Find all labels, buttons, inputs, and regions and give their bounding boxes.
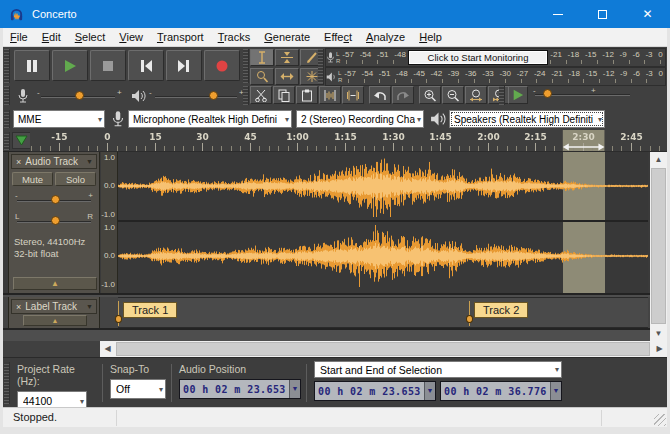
audio-track-header[interactable]: × Audio Track ▼ [11, 154, 97, 169]
audio-track-name[interactable]: Audio Track [25, 156, 86, 167]
selection-tool-button[interactable] [250, 49, 274, 66]
resize-grip[interactable] [654, 414, 666, 426]
horizontal-scrollbar[interactable]: ◀ ▶ [100, 341, 667, 357]
transport-grabber[interactable] [4, 49, 10, 83]
play-at-speed-button[interactable] [508, 86, 528, 104]
vertical-scrollbar-thumb[interactable] [651, 168, 666, 324]
vertical-scrollbar[interactable]: ▲ ▼ [650, 152, 667, 341]
cut-button[interactable] [250, 86, 272, 104]
record-button[interactable] [204, 50, 240, 81]
audio-host-dropdown[interactable]: MME▾ [13, 110, 105, 128]
menu-help[interactable]: Help [412, 28, 449, 47]
fit-selection-button[interactable] [465, 86, 487, 104]
audio-position-field[interactable]: 00 h 02 m 23.653 s▼ [179, 379, 301, 399]
status-text: Stopped. [13, 411, 57, 423]
label-track-header[interactable]: × Label Track ▼ [11, 299, 97, 314]
scroll-up-icon[interactable]: ▲ [650, 152, 667, 167]
playback-meter[interactable]: LR -57-54-51-48-45-42-39-36-33-30-27-24-… [325, 67, 666, 86]
selection-grabber[interactable] [4, 362, 10, 404]
play-at-speed-grabber[interactable] [499, 86, 505, 105]
selection-start-field[interactable]: 00 h 02 m 23.653 s▼ [314, 381, 436, 401]
playback-volume-handle[interactable] [209, 91, 218, 100]
menu-effect[interactable]: Effect [317, 28, 359, 47]
track-menu-caret-icon[interactable]: ▼ [86, 158, 96, 165]
waveform-area[interactable] [118, 152, 648, 293]
paste-button[interactable] [296, 86, 318, 104]
pan-slider[interactable]: L R [15, 211, 93, 228]
menu-tracks[interactable]: Tracks [211, 28, 258, 47]
edit-grabber[interactable] [243, 86, 249, 105]
close-button[interactable]: ✕ [625, 0, 670, 28]
label-marker-icon[interactable] [115, 315, 122, 323]
trim-audio-button[interactable] [319, 86, 341, 104]
label-text[interactable]: Track 1 [123, 302, 177, 318]
vertical-scale-ruler[interactable]: 1.00.0-1.0 1.00.0-1.0 [101, 152, 118, 293]
menu-select[interactable]: Select [68, 28, 113, 47]
label-marker-icon[interactable] [466, 315, 473, 323]
timeline-ruler[interactable] [30, 130, 667, 152]
undo-button[interactable] [369, 86, 391, 104]
gain-slider[interactable]: - + [15, 190, 93, 207]
close-track-icon[interactable]: × [12, 157, 25, 167]
label-track-name[interactable]: Label Track [25, 301, 86, 312]
recording-device-dropdown[interactable]: Microphone (Realtek High Defini▾ [128, 110, 292, 128]
horizontal-scrollbar-thumb[interactable] [116, 342, 650, 356]
silence-audio-button[interactable] [342, 86, 364, 104]
recording-channels-dropdown[interactable]: 2 (Stereo) Recording Channels▾ [296, 110, 424, 128]
scroll-right-icon[interactable]: ▶ [652, 341, 667, 357]
zoom-out-button[interactable] [442, 86, 464, 104]
menu-transport[interactable]: Transport [150, 28, 211, 47]
time-shift-tool-button[interactable] [275, 68, 299, 85]
close-track-icon[interactable]: × [12, 302, 25, 312]
menu-edit[interactable]: Edit [35, 28, 68, 47]
vertical-ruler-ch2: 1.00.0-1.0 [101, 222, 117, 290]
redo-button[interactable] [392, 86, 414, 104]
scroll-left-icon[interactable]: ◀ [100, 341, 115, 357]
pause-icon [25, 59, 39, 73]
solo-button[interactable]: Solo [55, 172, 96, 186]
label-lane[interactable]: Track 1Track 2 [118, 297, 648, 328]
snap-to-dropdown[interactable]: Off▾ [110, 379, 166, 399]
recording-volume-handle[interactable] [75, 91, 84, 100]
mute-button[interactable]: Mute [12, 172, 53, 186]
pinned-play-head-button[interactable] [12, 132, 31, 149]
waveform-left-channel[interactable] [118, 152, 648, 220]
zoom-tool-button[interactable] [250, 68, 274, 85]
recording-meter[interactable]: LR -57-54-51-48-45-42-39-36-33-30-27-24-… [325, 48, 666, 67]
menu-analyze[interactable]: Analyze [359, 28, 412, 47]
timeline-toolbar [3, 130, 667, 152]
skip-to-start-button[interactable] [128, 50, 164, 81]
menu-file[interactable]: File [3, 28, 35, 47]
play-speed-handle[interactable] [543, 89, 552, 98]
mixer-grabber[interactable] [4, 86, 10, 105]
scroll-down-icon[interactable]: ▼ [650, 326, 667, 341]
collapse-track-button[interactable]: ▲ [13, 277, 97, 290]
maximize-button[interactable] [580, 0, 625, 28]
tools-grabber[interactable] [243, 49, 249, 83]
menu-view[interactable]: View [112, 28, 150, 47]
pan-handle[interactable] [51, 216, 60, 225]
collapse-track-button[interactable]: ▲ [23, 315, 87, 326]
selection-end-field[interactable]: 00 h 02 m 36.776 s▼ [440, 381, 562, 401]
minimize-button[interactable] [535, 0, 580, 28]
playback-volume-slider[interactable] [155, 96, 237, 98]
copy-button[interactable] [273, 86, 295, 104]
menu-generate[interactable]: Generate [257, 28, 317, 47]
envelope-tool-button[interactable] [275, 49, 299, 66]
stop-button[interactable] [90, 50, 126, 81]
play-button[interactable] [52, 50, 88, 81]
label-text[interactable]: Track 2 [474, 302, 528, 318]
playback-device-dropdown[interactable]: Speakers (Realtek High Definiti▾ [449, 110, 605, 128]
audacity-logo-icon [9, 7, 24, 22]
selection-mode-dropdown[interactable]: Start and End of Selection▾ [314, 361, 562, 378]
gain-handle[interactable] [51, 195, 60, 204]
pause-button[interactable] [14, 50, 50, 81]
track-menu-caret-icon[interactable]: ▼ [86, 303, 96, 310]
meter-grabber[interactable] [318, 49, 324, 83]
device-grabber[interactable] [4, 110, 10, 128]
timeline-grabber[interactable] [4, 132, 10, 150]
skip-to-end-button[interactable] [166, 50, 202, 81]
waveform-right-channel[interactable] [118, 222, 648, 290]
chevron-down-icon: ▾ [285, 115, 289, 124]
zoom-in-button[interactable] [419, 86, 441, 104]
